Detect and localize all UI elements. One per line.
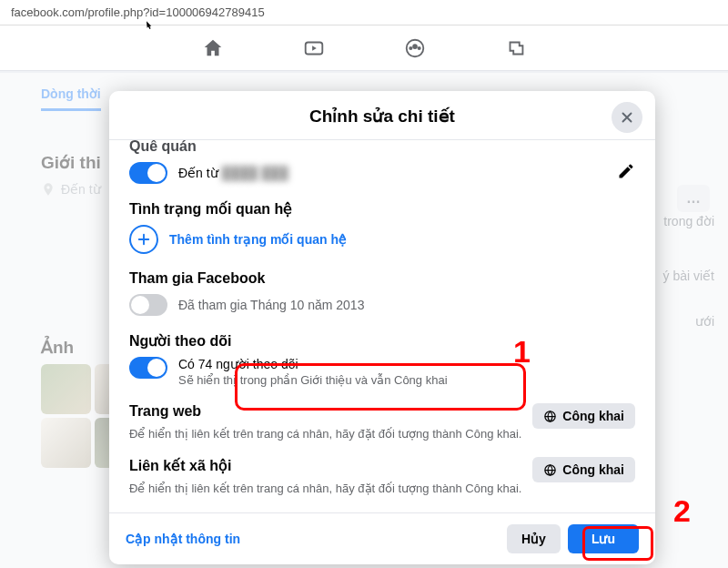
joined-text: Đã tham gia Tháng 10 năm 2013	[178, 298, 364, 312]
add-relationship-label: Thêm tình trạng mối quan hệ	[169, 232, 347, 247]
close-icon	[619, 109, 635, 126]
add-relationship-button[interactable]: Thêm tình trạng mối quan hệ	[129, 225, 635, 254]
relationship-heading: Tình trạng mối quan hệ	[129, 200, 635, 218]
joined-heading: Tham gia Facebook	[129, 270, 635, 287]
edit-details-modal: Chỉnh sửa chi tiết Quê quán Đến từ ████ …	[109, 91, 655, 564]
followers-toggle[interactable]	[129, 357, 167, 379]
social-privacy-button[interactable]: Công khai	[532, 457, 635, 482]
watch-icon[interactable]	[302, 36, 326, 60]
pencil-icon	[617, 162, 635, 180]
followers-heading: Người theo dõi	[129, 332, 635, 350]
modal-title: Chỉnh sửa chi tiết	[127, 106, 637, 127]
globe-icon	[543, 463, 557, 477]
website-privacy-button[interactable]: Công khai	[532, 403, 635, 429]
followers-text: Có 74 người theo dõi	[178, 357, 448, 371]
modal-header: Chỉnh sửa chi tiết	[109, 91, 655, 140]
edit-hometown-button[interactable]	[617, 162, 635, 184]
website-desc: Để hiển thị liên kết trên trang cá nhân,…	[129, 427, 635, 441]
gaming-icon[interactable]	[504, 36, 528, 60]
update-info-link[interactable]: Cập nhật thông tin	[126, 532, 240, 546]
globe-icon	[543, 410, 557, 423]
modal-footer: Cập nhật thông tin Hủy Lưu	[109, 512, 655, 564]
home-icon[interactable]	[201, 36, 225, 60]
annotation-2: 2	[673, 493, 691, 529]
svg-point-5	[417, 46, 420, 49]
close-button[interactable]	[612, 102, 642, 133]
annotation-1: 1	[513, 334, 531, 370]
joined-toggle[interactable]	[129, 294, 167, 316]
url-bar: facebook.com/profile.php?id=100006942789…	[0, 0, 728, 25]
svg-point-3	[412, 44, 418, 49]
svg-marker-1	[312, 46, 317, 51]
hometown-toggle[interactable]	[129, 162, 167, 184]
groups-icon[interactable]	[403, 36, 427, 60]
followers-subtext: Sẽ hiển thị trong phần Giới thiệu và vẫn…	[178, 373, 448, 387]
cancel-button[interactable]: Hủy	[507, 524, 561, 553]
hometown-text: Đến từ ████ ███	[178, 166, 288, 180]
hometown-heading: Quê quán	[129, 140, 635, 155]
save-button[interactable]: Lưu	[568, 524, 639, 553]
svg-point-4	[409, 46, 412, 49]
plus-circle-icon	[129, 225, 158, 254]
modal-body: Quê quán Đến từ ████ ███ Tình trạng mối …	[109, 140, 655, 512]
cursor-pointer-icon	[141, 20, 156, 38]
social-desc: Để hiển thị liên kết trên trang cá nhân,…	[129, 482, 635, 495]
top-nav	[0, 25, 728, 71]
